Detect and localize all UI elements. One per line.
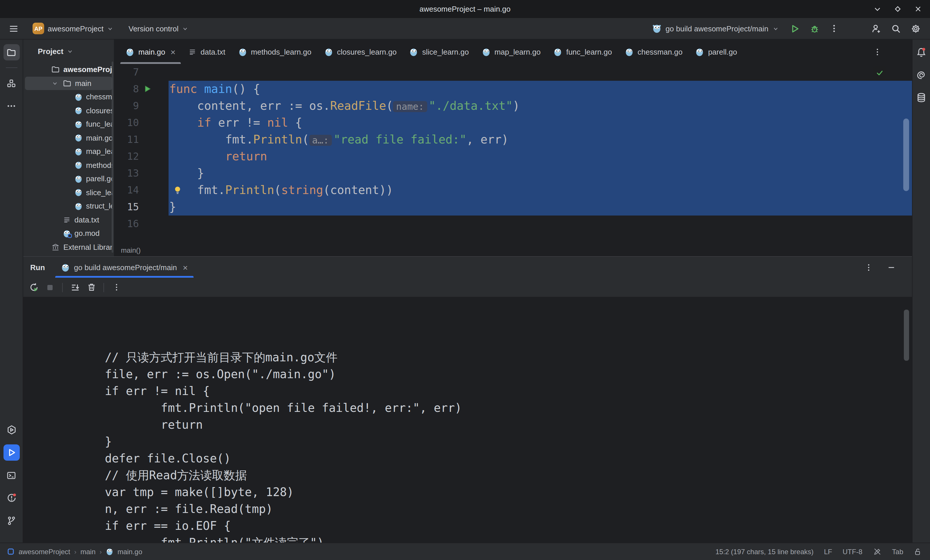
status-breadcrumb-file[interactable]: main.go <box>117 548 142 555</box>
gutter[interactable] <box>139 131 169 148</box>
tree-item-awesomeProject[interactable]: awesomeProject~/Gola <box>25 63 112 77</box>
tab-chessman.go[interactable]: chessman.go <box>619 40 689 64</box>
tab-slice_learn.go[interactable]: slice_learn.go <box>403 40 475 64</box>
tree-item-map_learn.go[interactable]: map_learn.go <box>25 145 112 158</box>
gutter[interactable] <box>139 114 169 131</box>
close-icon[interactable]: × <box>183 262 188 272</box>
code-text[interactable]: return <box>169 148 912 165</box>
code-text[interactable]: } <box>169 199 912 216</box>
code-text[interactable]: if err != nil { <box>169 114 912 131</box>
hamburger-menu-icon[interactable] <box>6 21 21 36</box>
run-tool-icon[interactable] <box>3 444 20 461</box>
code-text[interactable]: func main() { <box>169 81 912 98</box>
intention-bulb-icon[interactable] <box>173 185 182 195</box>
gutter[interactable] <box>139 98 169 114</box>
add-user-icon[interactable] <box>868 21 884 36</box>
structure-tool-icon[interactable] <box>3 75 20 91</box>
editor-line-12[interactable]: 12 return <box>114 148 912 165</box>
tree-item-func_learn.go[interactable]: func_learn.go <box>25 117 112 131</box>
tree-item-methods_learn.go[interactable]: methods_learn.go <box>25 158 112 172</box>
tree-item-slice_learn.go[interactable]: slice_learn.go <box>25 186 112 199</box>
tree-item-chessman.go[interactable]: chessman.go <box>25 90 112 104</box>
editor-line-16[interactable]: 16 <box>114 216 912 232</box>
git-branch-tool-icon[interactable] <box>3 512 20 529</box>
code-text[interactable] <box>169 216 912 232</box>
run-console[interactable]: // 只读方式打开当前目录下的main.go文件 file, err := os… <box>23 298 912 543</box>
tree-item-parell.go[interactable]: parell.go <box>25 172 112 186</box>
tab-methods_learn.go[interactable]: methods_learn.go <box>232 40 318 64</box>
editor-line-10[interactable]: 10 if err != nil { <box>114 114 912 131</box>
project-widget[interactable]: AP awesomeProject <box>29 20 117 37</box>
run-button[interactable] <box>787 21 802 36</box>
more-vertical-icon[interactable] <box>109 280 123 294</box>
services-tool-icon[interactable] <box>3 422 20 438</box>
code-text[interactable] <box>169 64 912 81</box>
caret-position[interactable]: 15:2 (197 chars, 15 line breaks) <box>716 548 814 555</box>
ai-assistant-icon[interactable] <box>913 67 929 83</box>
code-text[interactable]: } <box>169 165 912 182</box>
more-tool-windows-icon[interactable] <box>3 98 20 114</box>
editor-breadcrumbs[interactable]: main() <box>114 244 912 256</box>
gutter[interactable] <box>139 182 169 199</box>
project-tool-icon[interactable] <box>3 44 20 60</box>
scroll-to-end-icon[interactable] <box>68 280 82 294</box>
status-breadcrumb-folder[interactable]: main <box>80 548 95 555</box>
indent-style[interactable]: Tab <box>892 548 903 555</box>
tree-item-main.go[interactable]: main.go <box>25 131 112 145</box>
settings-icon[interactable] <box>908 21 923 36</box>
gutter[interactable] <box>139 148 169 165</box>
editor-line-8[interactable]: 8func main() { <box>114 81 912 98</box>
tree-item-External Libraries[interactable]: External Libraries <box>25 240 112 254</box>
more-tabs-icon[interactable] <box>873 40 882 64</box>
tab-main.go[interactable]: main.go× <box>119 40 182 64</box>
maximize-icon[interactable] <box>894 5 902 13</box>
search-icon[interactable] <box>888 21 903 36</box>
code-text[interactable]: fmt.Println(string(content)) <box>169 182 912 199</box>
rerun-icon[interactable] <box>27 280 41 294</box>
problems-tool-icon[interactable] <box>3 490 20 506</box>
breadcrumb[interactable]: main() <box>121 246 141 254</box>
more-actions-icon[interactable] <box>827 21 842 36</box>
code-text[interactable]: content, err := os.ReadFile(name:"./data… <box>169 98 912 114</box>
database-icon[interactable] <box>913 89 929 106</box>
tree-item-closures_learn.go[interactable]: closures_learn.go <box>25 104 112 117</box>
console-scrollbar[interactable] <box>904 310 909 361</box>
tree-item-struct_learn.go[interactable]: struct_learn.go <box>25 199 112 213</box>
run-tab[interactable]: go build awesomeProject/main × <box>55 257 194 278</box>
notifications-icon[interactable] <box>913 44 929 60</box>
code-text[interactable]: fmt.Println(a…:"read file failed:", err) <box>169 131 912 148</box>
pencil-slash-icon[interactable] <box>873 547 881 556</box>
chevron-down-icon[interactable] <box>52 80 58 87</box>
editor-line-14[interactable]: 14 fmt.Println(string(content)) <box>114 182 912 199</box>
editor-line-15[interactable]: 15} <box>114 199 912 216</box>
editor-line-11[interactable]: 11 fmt.Println(a…:"read file failed:", e… <box>114 131 912 148</box>
tree-item-main[interactable]: main <box>25 77 112 90</box>
gutter[interactable] <box>139 81 169 98</box>
gutter[interactable] <box>139 216 169 232</box>
close-icon[interactable]: × <box>171 48 176 56</box>
tree-item-go.mod[interactable]: go.mod <box>25 227 112 240</box>
tab-data.txt[interactable]: data.txt <box>182 40 232 64</box>
project-panel-header[interactable]: Project <box>23 40 114 63</box>
unlock-icon[interactable] <box>914 548 922 555</box>
gutter[interactable] <box>139 199 169 216</box>
run-gutter-icon[interactable] <box>143 85 152 93</box>
tab-closures_learn.go[interactable]: closures_learn.go <box>318 40 403 64</box>
gutter[interactable] <box>139 165 169 182</box>
stop-icon[interactable] <box>43 280 57 294</box>
editor-line-9[interactable]: 9 content, err := os.ReadFile(name:"./da… <box>114 98 912 114</box>
vcs-widget[interactable]: Version control <box>125 22 192 35</box>
editor-scrollbar[interactable] <box>903 118 909 191</box>
close-icon[interactable] <box>914 5 922 13</box>
tree-item-data.txt[interactable]: data.txt <box>25 213 112 227</box>
tab-parell.go[interactable]: parell.go <box>689 40 744 64</box>
editor-line-13[interactable]: 13 } <box>114 165 912 182</box>
inspection-ok-icon[interactable] <box>873 66 886 79</box>
terminal-tool-icon[interactable] <box>3 467 20 483</box>
editor-line-7[interactable]: 7 <box>114 64 912 81</box>
status-breadcrumb-project[interactable]: awesomeProject <box>18 548 70 555</box>
minimize-icon[interactable] <box>874 5 881 13</box>
tab-map_learn.go[interactable]: map_learn.go <box>475 40 547 64</box>
hide-panel-icon[interactable] <box>887 263 896 272</box>
line-separator[interactable]: LF <box>824 548 832 555</box>
